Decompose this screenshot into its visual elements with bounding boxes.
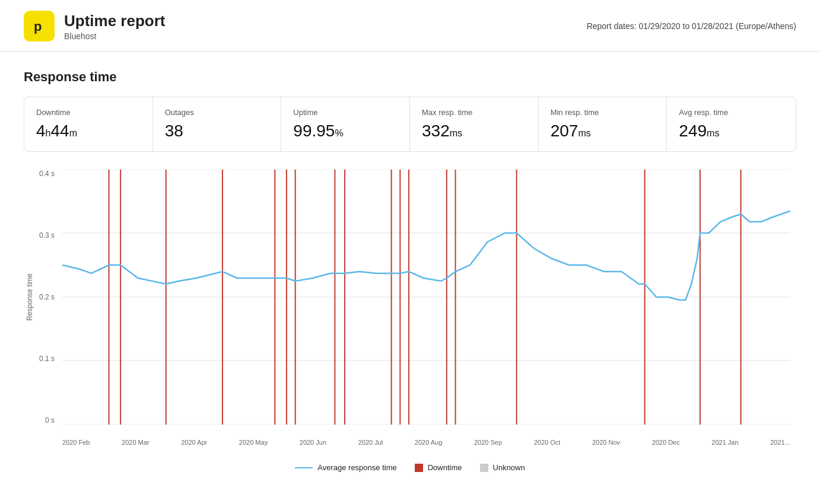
legend-downtime: Downtime: [415, 463, 462, 472]
chart-svg: [62, 170, 790, 425]
legend-unknown-rect: [480, 464, 488, 472]
x-label-jul: 2020 Jul: [358, 439, 383, 446]
stat-max-resp-label: Max resp. time: [422, 108, 526, 117]
chart-area: Response time 0.4 s 0.3 s 0.2 s 0.1 s 0 …: [24, 170, 796, 454]
svg-text:p: p: [34, 19, 42, 34]
y-label-01: 0.1 s: [36, 355, 59, 363]
x-label-apr: 2020 Apr: [181, 439, 207, 446]
x-labels: 2020 Feb 2020 Mar 2020 Apr 2020 May 2020…: [62, 430, 790, 454]
stat-max-resp: Max resp. time 332ms: [410, 97, 539, 151]
x-label-aug: 2020 Aug: [415, 439, 443, 446]
legend-downtime-rect: [415, 464, 423, 472]
main-content: Response time Downtime 4h44m Outages 38 …: [0, 52, 820, 490]
stat-outages-label: Outages: [165, 108, 269, 117]
stat-avg-resp: Avg resp. time 249ms: [667, 97, 796, 151]
x-label-end: 2021...: [770, 439, 790, 446]
x-label-mar: 2020 Mar: [122, 439, 149, 446]
stat-uptime-value: 99.95%: [293, 123, 398, 139]
title-block: Uptime report Bluehost: [64, 12, 165, 41]
header-left: p Uptime report Bluehost: [24, 11, 165, 42]
x-label-jun: 2020 Jun: [300, 439, 326, 446]
stat-min-resp: Min resp. time 207ms: [539, 97, 668, 151]
legend-unknown-label: Unknown: [493, 463, 525, 472]
stat-downtime-value: 4h44m: [36, 123, 141, 139]
page-subtitle: Bluehost: [64, 31, 165, 41]
stats-grid: Downtime 4h44m Outages 38 Uptime 99.95% …: [24, 97, 796, 152]
stat-uptime-label: Uptime: [293, 108, 398, 117]
legend-avg: Average response time: [295, 463, 396, 472]
stat-outages: Outages 38: [153, 97, 282, 151]
y-axis-label: Response time: [26, 273, 34, 321]
legend-avg-line: [295, 467, 313, 468]
section-title: Response time: [24, 69, 796, 85]
chart-wrapper: Response time 0.4 s 0.3 s 0.2 s 0.1 s 0 …: [24, 170, 796, 472]
x-label-oct: 2020 Oct: [534, 439, 561, 446]
x-label-jan: 2021 Jan: [711, 439, 738, 446]
legend-unknown: Unknown: [480, 463, 525, 472]
x-label-nov: 2020 Nov: [592, 439, 620, 446]
stat-min-resp-value: 207ms: [551, 123, 655, 139]
x-label-feb: 2020 Feb: [62, 439, 90, 446]
y-label-02: 0.2 s: [36, 293, 59, 301]
legend-avg-label: Average response time: [317, 463, 396, 472]
y-labels: 0.4 s 0.3 s 0.2 s 0.1 s 0 s: [36, 170, 59, 425]
logo: p: [24, 11, 55, 42]
stat-min-resp-label: Min resp. time: [551, 108, 655, 117]
y-label-03: 0.3 s: [36, 231, 59, 240]
x-label-may: 2020 May: [239, 439, 268, 446]
y-label-00: 0 s: [36, 416, 59, 425]
chart-legend: Average response time Downtime Unknown: [24, 463, 796, 472]
stat-downtime: Downtime 4h44m: [24, 97, 153, 151]
x-label-dec: 2020 Dec: [652, 439, 680, 446]
legend-downtime-label: Downtime: [428, 463, 462, 472]
y-label-04: 0.4 s: [36, 170, 59, 178]
page-header: p Uptime report Bluehost Report dates: 0…: [0, 0, 820, 52]
stat-avg-resp-label: Avg resp. time: [679, 108, 784, 117]
stat-avg-resp-value: 249ms: [679, 123, 784, 139]
stat-downtime-label: Downtime: [36, 108, 141, 117]
x-label-sep: 2020 Sep: [474, 439, 502, 446]
stat-max-resp-value: 332ms: [422, 123, 526, 139]
stat-uptime: Uptime 99.95%: [281, 97, 410, 151]
stat-outages-value: 38: [165, 123, 269, 139]
y-axis-label-container: Response time: [24, 170, 36, 425]
page-title: Uptime report: [64, 12, 165, 30]
report-dates: Report dates: 01/29/2020 to 01/28/2021 (…: [587, 21, 796, 31]
